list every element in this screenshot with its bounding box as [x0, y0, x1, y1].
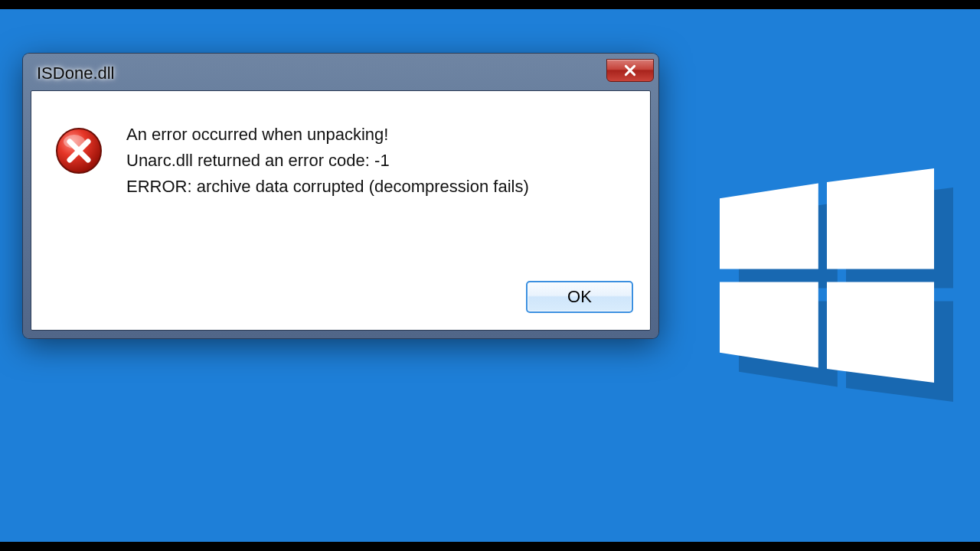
message-line-1: An error occurred when unpacking!: [126, 122, 529, 148]
svg-marker-2: [720, 282, 818, 367]
message-line-2: Unarc.dll returned an error code: -1: [126, 148, 529, 174]
error-dialog: ISDone.dll: [23, 54, 658, 338]
windows-logo-icon: [720, 168, 934, 383]
dialog-body: An error occurred when unpacking! Unarc.…: [31, 90, 651, 331]
error-icon: [54, 126, 103, 175]
close-button[interactable]: [606, 59, 654, 82]
svg-marker-1: [827, 168, 934, 269]
svg-marker-0: [720, 184, 818, 269]
button-row: OK: [31, 267, 650, 330]
letterbox-top: [0, 0, 980, 9]
letterbox-bottom: [0, 542, 980, 551]
error-message: An error occurred when unpacking! Unarc.…: [126, 122, 529, 200]
close-icon: [623, 64, 637, 77]
ok-button-label: OK: [567, 287, 592, 307]
windows-logo: [720, 168, 934, 383]
dialog-title: ISDone.dll: [37, 64, 115, 83]
titlebar[interactable]: ISDone.dll: [31, 61, 651, 90]
message-line-3: ERROR: archive data corrupted (decompres…: [126, 174, 529, 200]
svg-marker-3: [827, 282, 934, 383]
ok-button[interactable]: OK: [526, 281, 633, 313]
content-area: An error occurred when unpacking! Unarc.…: [31, 91, 650, 267]
